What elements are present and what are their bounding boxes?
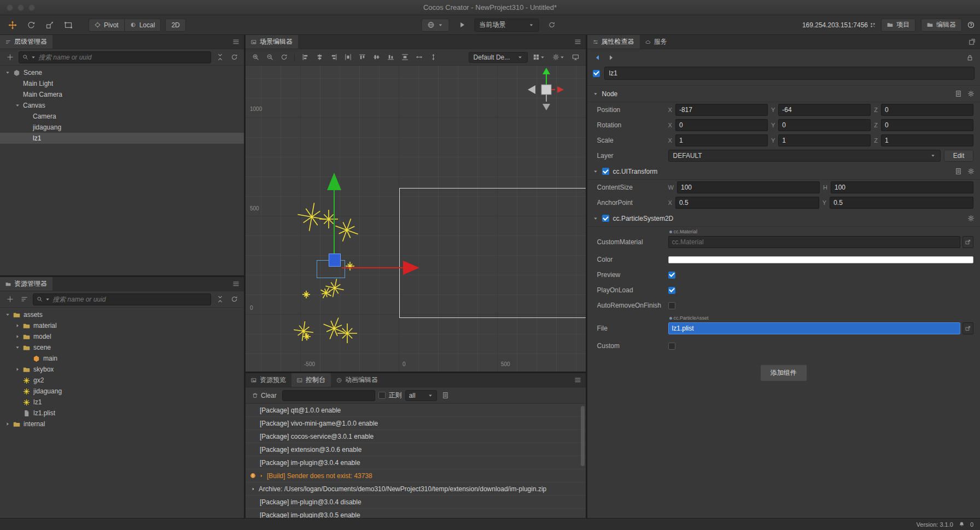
refresh-hierarchy-button[interactable] (229, 52, 240, 63)
console-log-row[interactable]: [Build] Sender does not exist: 43738 (246, 469, 586, 482)
scene-viewport[interactable]: 10005000 -500050010001500 (246, 66, 586, 372)
align-top-button[interactable] (357, 52, 368, 63)
play-button[interactable] (455, 18, 469, 32)
section-expander-icon[interactable] (593, 169, 598, 174)
display-mode-button[interactable] (570, 52, 581, 63)
console-log-row[interactable]: [Package] cocos-service@3.0.1 enable (246, 430, 586, 443)
assets-menu-icon[interactable] (232, 280, 240, 287)
position-z-input[interactable] (881, 104, 973, 116)
scene-select[interactable]: 当前场景 (475, 19, 539, 32)
hierarchy-menu-icon[interactable] (232, 38, 240, 45)
particlesystem-enabled-checkbox[interactable] (602, 215, 609, 222)
distribute-v-button[interactable] (399, 52, 410, 63)
contentsize-w-input[interactable] (677, 181, 820, 193)
node-doc-icon[interactable] (955, 90, 962, 97)
anchorpoint-y-input[interactable] (830, 197, 973, 209)
local-button[interactable]: Local (124, 19, 161, 32)
expander-icon[interactable] (14, 103, 21, 108)
minimize-window-button[interactable] (18, 4, 24, 11)
color-swatch[interactable] (668, 256, 973, 263)
custom-material-input[interactable] (668, 236, 960, 248)
console-scrollbar[interactable] (581, 406, 585, 466)
nav-forward-icon[interactable] (608, 54, 615, 61)
console-log-list[interactable]: [Package] qtt@1.0.0 enable[Package] vivo… (246, 404, 586, 518)
expander-icon[interactable] (4, 312, 11, 317)
lock-icon[interactable] (966, 54, 973, 61)
contentsize-h-input[interactable] (831, 181, 973, 193)
scale-x-input[interactable] (675, 134, 768, 146)
console-menu-icon[interactable] (574, 376, 581, 384)
align-left-button[interactable] (300, 52, 311, 63)
node-active-checkbox[interactable] (593, 70, 600, 77)
open-editor-button[interactable]: 编辑器 (921, 19, 962, 32)
add-component-button[interactable]: 添加组件 (760, 364, 807, 381)
zoom-out-button[interactable] (264, 52, 275, 63)
align-center-h-button[interactable] (314, 52, 325, 63)
stretch-h-button[interactable] (413, 52, 424, 63)
hierarchy-item-main-camera[interactable]: Main Camera (0, 89, 244, 100)
sort-assets-button[interactable] (19, 294, 30, 305)
custom-checkbox[interactable] (668, 343, 675, 350)
nav-back-icon[interactable] (594, 54, 601, 61)
assets-item-jidaguang[interactable]: jidaguang (0, 386, 244, 397)
hierarchy-item-canvas[interactable]: Canvas (0, 100, 244, 111)
hierarchy-item-lz1[interactable]: lz1 (0, 133, 244, 144)
console-log-row[interactable]: [Package] qtt@1.0.0 enable (246, 404, 586, 417)
move-tool-button[interactable] (5, 18, 20, 32)
clear-console-button[interactable]: Clear (250, 392, 279, 399)
hierarchy-item-camera[interactable]: Camera (0, 111, 244, 122)
layer-select[interactable]: DEFAULT (668, 150, 941, 162)
file-picker-button[interactable] (962, 322, 973, 334)
tab-inspector[interactable]: 属性检查器 (587, 35, 640, 49)
hierarchy-item-jidaguang[interactable]: jidaguang (0, 122, 244, 133)
add-asset-button[interactable] (4, 294, 15, 305)
log-expander-icon[interactable] (251, 487, 255, 491)
mode-2d-button[interactable]: 2D (165, 19, 185, 32)
uitransform-gear-icon[interactable] (967, 168, 975, 175)
gizmo-x-axis[interactable] (342, 267, 403, 268)
console-log-row[interactable]: [Package] im-plugin@3.0.4 disable (246, 496, 586, 509)
assets-item-internal[interactable]: internal (0, 419, 244, 429)
rotate-tool-button[interactable] (24, 18, 38, 32)
rotation-z-input[interactable] (881, 119, 973, 131)
reload-button[interactable] (545, 18, 559, 32)
preview-checkbox[interactable] (668, 272, 675, 279)
collapse-assets-button[interactable] (214, 294, 225, 305)
uitransform-section-header[interactable]: cc.UITransform (587, 163, 980, 180)
particlesystem-gear-icon[interactable] (967, 215, 975, 222)
console-log-row[interactable]: [Package] im-plugin@3.0.5 enable (246, 509, 586, 518)
expander-icon[interactable] (14, 323, 21, 328)
rect-tool-button[interactable] (61, 18, 75, 32)
node-name-input[interactable] (604, 67, 975, 80)
reset-view-button[interactable] (278, 52, 289, 63)
material-picker-button[interactable] (962, 236, 973, 248)
align-right-button[interactable] (328, 52, 339, 63)
export-log-button[interactable] (440, 390, 451, 401)
scene-menu-icon[interactable] (574, 38, 581, 45)
qr-icon[interactable] (870, 22, 876, 28)
console-filter-input[interactable] (282, 390, 375, 401)
scene-settings-button[interactable] (551, 52, 567, 63)
autoremove-checkbox[interactable] (668, 302, 675, 309)
open-project-button[interactable]: 项目 (881, 19, 915, 32)
expander-icon[interactable] (14, 345, 21, 350)
node-section-header[interactable]: Node (587, 86, 980, 102)
zoom-window-button[interactable] (28, 4, 35, 11)
gizmo-y-arrowhead[interactable] (327, 173, 341, 190)
hierarchy-tab[interactable]: 层级管理器 (0, 35, 52, 49)
grid-options-button[interactable] (531, 52, 547, 63)
expander-icon[interactable] (4, 421, 11, 427)
gizmo-center-handle[interactable] (329, 254, 341, 267)
rotation-x-input[interactable] (675, 119, 768, 131)
tab-animation-editor[interactable]: 动画编辑器 (331, 373, 383, 387)
particle-file-input[interactable] (668, 322, 960, 334)
hierarchy-item-main-light[interactable]: Main Light (0, 78, 244, 89)
regex-checkbox[interactable] (378, 392, 386, 399)
expander-icon[interactable] (14, 334, 21, 339)
console-log-row[interactable]: [Package] extension@3.0.6 enable (246, 443, 586, 456)
assets-item-lz1[interactable]: lz1 (0, 397, 244, 408)
add-node-button[interactable] (4, 52, 15, 63)
pivot-button[interactable]: Pivot (89, 19, 124, 32)
assets-item-gx2[interactable]: gx2 (0, 375, 244, 386)
console-log-row[interactable]: [Package] im-plugin@3.0.4 enable (246, 456, 586, 469)
